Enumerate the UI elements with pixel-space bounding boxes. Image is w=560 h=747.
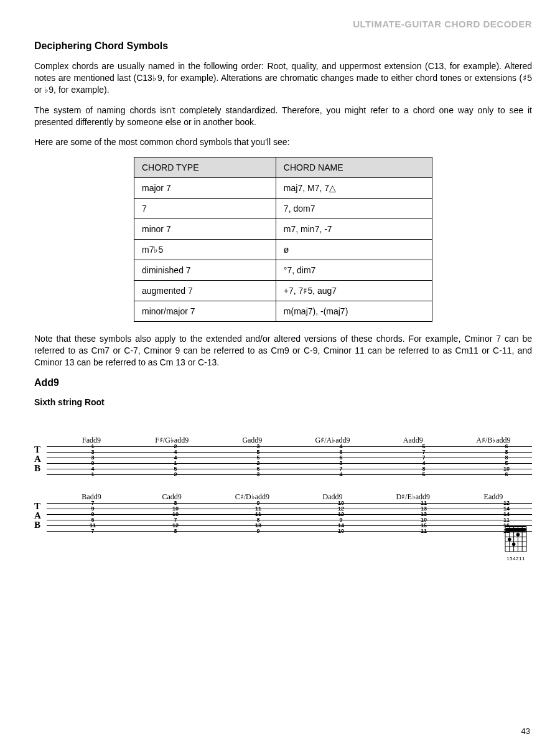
tab-column: 355263: [253, 444, 264, 477]
body-paragraph: Here are some of the most common chord s…: [34, 136, 532, 148]
chord-symbols-table: CHORD TYPE CHORD NAME major 7maj7, M7, 7…: [134, 157, 432, 322]
tab-column: 466374: [335, 444, 347, 477]
body-paragraph: Note that these symbols also apply to th…: [34, 333, 532, 369]
tab-row: Badd9 Cadd9 C♯/D♭add9 Dadd9 D♯/E♭add9 Ea…: [34, 492, 532, 532]
tab-column: 7996117: [87, 500, 98, 534]
table-header: CHORD TYPE: [134, 157, 276, 178]
table-row: diminished 7°7, dim7: [134, 260, 432, 281]
page-number: 43: [521, 726, 530, 736]
tab-clef: TAB: [34, 445, 41, 473]
tab-column: 10121291410: [335, 500, 347, 534]
tab-column: 810107128: [170, 500, 181, 534]
page: ULTIMATE-GUITAR CHORD DECODER Decipherin…: [0, 0, 560, 747]
tab-chord-labels: Badd9 Cadd9 C♯/D♭add9 Dadd9 D♯/E♭add9 Ea…: [34, 492, 532, 502]
svg-point-13: [508, 538, 511, 542]
tab-staff: TAB 7996117 810107128 911118139 10121291…: [34, 503, 532, 532]
tab-column: 111313101511: [418, 500, 429, 534]
table-header: CHORD NAME: [276, 157, 432, 178]
tab-chord-labels: Fadd9 F♯/G♭add9 Gadd9 G♯/A♭add9 Aadd9 A♯…: [34, 436, 532, 445]
tab-column: 121414111612: [501, 500, 512, 534]
tab-column: 244152: [170, 444, 181, 477]
section-title-deciphering: Deciphering Chord Symbols: [34, 40, 532, 52]
body-paragraph: The system of naming chords isn't comple…: [34, 105, 532, 128]
running-header: ULTIMATE-GUITAR CHORD DECODER: [34, 19, 532, 29]
tab-clef: TAB: [34, 502, 41, 530]
tab-column: 6885106: [501, 444, 512, 477]
tab-column: 133041: [87, 444, 98, 477]
chord-fingering: 134211: [503, 556, 529, 561]
body-paragraph: Complex chords are usually named in the …: [34, 60, 532, 96]
svg-point-14: [512, 543, 516, 547]
section-title-add9: Add9: [34, 377, 532, 388]
table-row: minor 7m7, min7, -7: [134, 219, 432, 240]
subheading-sixth-string: Sixth string Root: [34, 397, 532, 407]
table-row: 77, dom7: [134, 199, 432, 219]
tab-row: Fadd9 F♯/G♭add9 Gadd9 G♯/A♭add9 Aadd9 A♯…: [34, 436, 532, 475]
tab-staff: TAB 133041 244152 355263 466374 577485 6…: [34, 446, 532, 475]
tab-column: 577485: [418, 444, 429, 477]
table-row: major 7maj7, M7, 7△: [134, 178, 432, 199]
table-row: augmented 7+7, 7♯5, aug7: [134, 281, 432, 301]
table-row: m7♭5ø: [134, 240, 432, 260]
svg-point-15: [516, 533, 520, 537]
tab-column: 911118139: [253, 500, 264, 534]
table-row: minor/major 7m(maj7), -(maj7): [134, 301, 432, 322]
